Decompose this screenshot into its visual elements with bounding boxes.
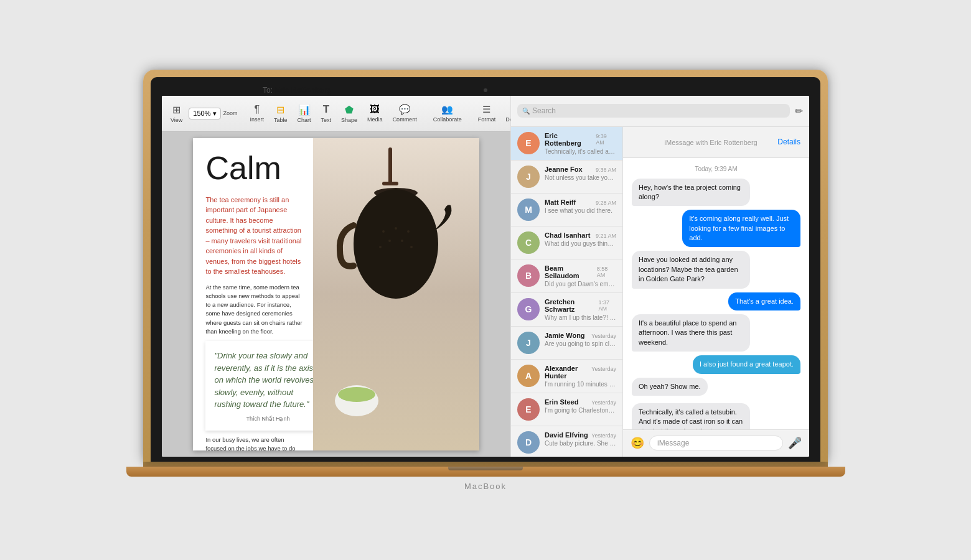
conv-name-row: Gretchen Schwartz 1:37 AM: [545, 298, 616, 313]
avatar: D: [517, 431, 540, 454]
conv-info: Jeanne Fox 9:36 AM Not unless you take y…: [545, 166, 616, 181]
search-icon: 🔍: [522, 108, 530, 114]
emoji-button[interactable]: 😊: [631, 436, 644, 450]
conv-info: Beam Seilaudom 8:58 AM Did you get Dawn'…: [545, 264, 616, 287]
chart-icon: 📊: [298, 104, 311, 116]
conversation-item[interactable]: D David Elfving Yesterday Cute baby pict…: [511, 426, 622, 457]
conversation-item[interactable]: J Jeanne Fox 9:36 AM Not unless you take…: [511, 161, 622, 194]
svg-point-3: [354, 189, 438, 299]
message-3: Have you looked at adding any locations?…: [632, 251, 750, 288]
svg-point-6: [407, 230, 410, 233]
conv-time: Yesterday: [591, 399, 616, 406]
conversation-item[interactable]: E Eric Rottenberg 9:39 AM Technically, i…: [511, 127, 622, 161]
toolbar-format-label: Format: [478, 116, 496, 123]
conv-name: Jeanne Fox: [545, 166, 583, 173]
conv-info: Erin Steed Yesterday I'm going to Charle…: [545, 398, 616, 414]
conv-time: 8:58 AM: [597, 266, 616, 278]
insert-icon: ¶: [254, 104, 260, 115]
conv-name-row: Erin Steed Yesterday: [545, 398, 616, 406]
conv-name: Matt Reiff: [545, 198, 576, 206]
avatar: G: [517, 298, 540, 320]
conv-info: Alexander Hunter Yesterday I'm running 1…: [545, 365, 616, 388]
conv-name-row: Matt Reiff 9:28 AM: [545, 198, 616, 206]
toolbar-chart-label: Chart: [298, 117, 311, 123]
format-icon: ☰: [482, 104, 490, 115]
pages-document-area: Calm The tea ceremony is still an import…: [162, 132, 510, 457]
text-icon: T: [323, 103, 329, 116]
quote-text: "Drink your tea slowly and reverently, a…: [214, 350, 313, 411]
message-5: It's a beautiful place to spend an after…: [632, 314, 750, 352]
conv-info: Jamie Wong Yesterday Are you going to sp…: [545, 332, 616, 347]
conv-preview: I'm running 10 minutes late. Which is ea…: [545, 381, 616, 388]
toolbar-insert-button[interactable]: ¶ Insert: [246, 103, 268, 124]
conv-info: Chad Isanhart 9:21 AM What did you guys …: [545, 231, 616, 247]
toolbar-view-label: View: [171, 117, 182, 123]
avatar: E: [517, 398, 540, 421]
tea-cup: [332, 382, 375, 413]
toolbar-media-label: Media: [367, 116, 383, 123]
conv-time: Yesterday: [591, 366, 616, 372]
conversation-item[interactable]: A Alexander Hunter Yesterday I'm running…: [511, 360, 622, 393]
conversation-item[interactable]: C Chad Isanhart 9:21 AM What did you guy…: [511, 226, 622, 259]
conv-preview: Technically, it's called a tetsubin. And…: [545, 148, 616, 155]
audio-button[interactable]: 🎤: [788, 436, 802, 450]
conv-preview: Are you going to spin class? My brain sa…: [545, 340, 616, 347]
search-bar[interactable]: 🔍 Search: [517, 104, 790, 118]
conv-name: Eric Rottenberg: [545, 132, 596, 147]
toolbar-zoom-button[interactable]: 150% ▾: [189, 108, 220, 119]
conv-name-row: Chad Isanhart 9:21 AM: [545, 231, 616, 239]
messages-split: E Eric Rottenberg 9:39 AM Technically, i…: [511, 127, 809, 457]
search-placeholder: Search: [532, 106, 556, 115]
toolbar-table-label: Table: [274, 117, 288, 123]
conv-preview: I'm going to Charleston this weekend. An…: [545, 407, 616, 414]
message-1: Hey, how's the tea project coming along?: [632, 179, 750, 207]
text-column: Calm The tea ceremony is still an import…: [193, 138, 313, 450]
toolbar-table-button[interactable]: ⊟ Table: [270, 103, 291, 124]
avatar: J: [517, 166, 540, 188]
conversation-item[interactable]: J Jamie Wong Yesterday Are you going to …: [511, 327, 622, 360]
conv-name-row: Alexander Hunter Yesterday: [545, 365, 616, 380]
conv-name-row: David Elfving Yesterday: [545, 431, 616, 439]
compose-button[interactable]: ✏: [795, 105, 803, 117]
toolbar-shape-button[interactable]: ⬟ Shape: [337, 103, 361, 124]
toolbar-format-button[interactable]: ☰ Format: [474, 103, 500, 124]
avatar: C: [517, 231, 540, 254]
macbook-lid: ⊞ View 150% ▾ Zoom ¶ Ins: [143, 70, 828, 462]
macbook-notch: [448, 467, 523, 470]
conv-name-row: Beam Seilaudom 8:58 AM: [545, 264, 616, 279]
conversation-item[interactable]: M Matt Reiff 9:28 AM I see what you did …: [511, 194, 622, 226]
avatar-face: G: [517, 298, 540, 320]
comment-icon: 💬: [399, 104, 411, 115]
toolbar-view-button[interactable]: ⊞ View: [167, 103, 186, 124]
toolbar-collaborate-button[interactable]: 👥 Collaborate: [429, 103, 466, 124]
toolbar-chart-button[interactable]: 📊 Chart: [294, 103, 315, 124]
conv-preview: Did you get Dawn's email? I think her ca…: [545, 281, 616, 287]
conv-time: 1:37 AM: [598, 299, 616, 312]
conversation-item[interactable]: G Gretchen Schwartz 1:37 AM Why am I up …: [511, 293, 622, 327]
details-link[interactable]: Details: [777, 138, 800, 146]
toolbar-insert-label: Insert: [250, 116, 265, 123]
shape-icon: ⬟: [345, 104, 354, 116]
conversation-item[interactable]: B Beam Seilaudom 8:58 AM Did you get Daw…: [511, 259, 622, 293]
message-4: That's a great idea.: [728, 292, 800, 310]
conv-time: Yesterday: [591, 333, 616, 339]
avatar-face: B: [517, 264, 540, 287]
toolbar-document-button[interactable]: 📄 Document: [502, 103, 510, 124]
chat-messages[interactable]: Today, 9:39 AM Hey, how's the tea projec…: [623, 158, 809, 429]
conversation-item[interactable]: E Erin Steed Yesterday I'm going to Char…: [511, 393, 622, 426]
pages-toolbar: ⊞ View 150% ▾ Zoom ¶ Ins: [162, 96, 510, 132]
toolbar-document-label: Document: [505, 116, 510, 123]
page-content: Calm The tea ceremony is still an import…: [193, 138, 479, 450]
svg-point-12: [338, 387, 375, 402]
screen-bezel: ⊞ View 150% ▾ Zoom ¶ Ins: [151, 77, 820, 462]
conv-info: Gretchen Schwartz 1:37 AM Why am I up th…: [545, 298, 616, 321]
conv-preview: Why am I up this late?! I think I'm beco…: [545, 314, 616, 321]
imessage-input[interactable]: iMessage: [649, 436, 783, 450]
conversation-scroll[interactable]: E Eric Rottenberg 9:39 AM Technically, i…: [511, 127, 622, 457]
screen: ⊞ View 150% ▾ Zoom ¶ Ins: [162, 96, 809, 457]
conversation-list: E Eric Rottenberg 9:39 AM Technically, i…: [511, 127, 623, 457]
toolbar-comment-button[interactable]: 💬 Comment: [389, 103, 421, 124]
toolbar-text-button[interactable]: T Text: [317, 102, 335, 124]
quote-author: Thích Nhất Hạnh: [214, 416, 313, 422]
toolbar-media-button[interactable]: 🖼 Media: [364, 103, 387, 124]
